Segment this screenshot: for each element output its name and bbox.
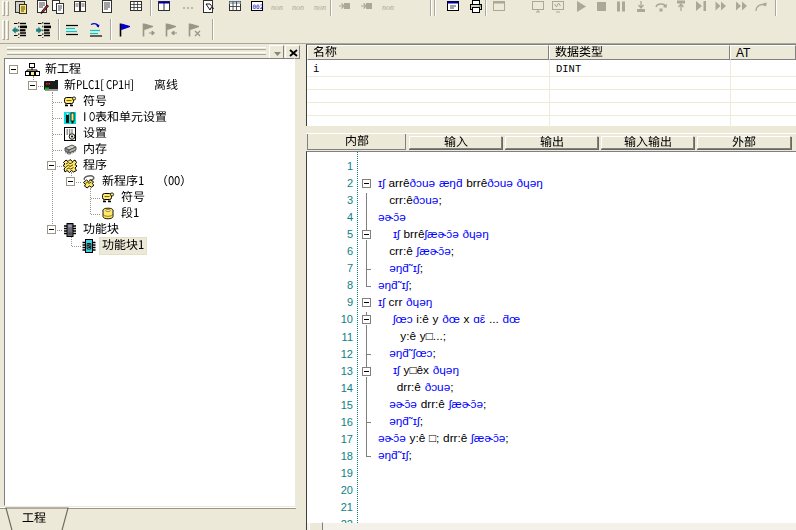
toolbar-button-text-abc[interactable]: non (269, 0, 285, 16)
code-line[interactable]: ɪʃ y□êx ðɥəŋ (378, 363, 459, 377)
code-line[interactable]: əŋd̄˜ɪʃ; (378, 278, 412, 292)
tree-expand-toggle[interactable] (28, 81, 37, 90)
tree-item-label[interactable] (81, 126, 109, 142)
toolbar-button-window-new[interactable] (445, 0, 461, 16)
toolbar-button-text-abc[interactable]: non (312, 0, 328, 16)
toolbar-gripper[interactable] (2, 1, 9, 16)
fold-collapse-box[interactable] (362, 367, 371, 376)
panel-drag-handle[interactable] (7, 52, 266, 55)
toolbar-button-pointer-page[interactable] (200, 0, 216, 16)
variable-name-cell[interactable]: i (313, 63, 319, 75)
toolbar-button-unindent[interactable] (12, 22, 28, 38)
toolbar-button-dots[interactable] (180, 0, 196, 16)
toolbar-button-counter-window[interactable]: 002 (249, 0, 265, 16)
variable-tab-3[interactable] (601, 136, 694, 149)
tree-item-label[interactable] (81, 94, 109, 110)
toolbar-button-play[interactable] (573, 0, 589, 16)
toolbar-button-bookmark-flag[interactable] (117, 22, 133, 38)
fold-collapse-box[interactable] (362, 179, 371, 188)
code-token: i:ê y (416, 312, 442, 326)
code-line[interactable]: əɚɔ̄ə (378, 210, 406, 224)
toolbar-button-indent[interactable] (36, 22, 52, 38)
column-header-at[interactable]: AT (730, 45, 796, 60)
tree-expand-toggle[interactable] (9, 65, 18, 74)
code-line[interactable]: crr:êðɔuə; (378, 193, 442, 207)
panel-close-button[interactable] (285, 45, 300, 59)
code-line[interactable]: ɪʃ arrêðɔuə æŋd̄ brrêðɔuə ðɥəŋ (378, 176, 543, 190)
toolbar-button-window-gray[interactable] (491, 0, 507, 16)
tree-item-label[interactable] (81, 158, 109, 174)
fold-collapse-box[interactable] (362, 298, 371, 307)
toolbar-button-stop[interactable] (593, 0, 609, 16)
tree-expand-toggle[interactable] (47, 225, 56, 234)
tree-item-label[interactable] (81, 142, 109, 158)
code-line[interactable]: əɚɔ̄ə y:ê □; drr:ê ʃæɚɔ̄ə; (378, 431, 509, 445)
toolbar-button-edit-page[interactable] (34, 0, 50, 16)
toolbar-button-printer[interactable] (468, 0, 484, 16)
tree-item-label[interactable] (100, 174, 194, 190)
variable-tab-2[interactable] (505, 136, 598, 149)
toolbar-button-text-abc[interactable]: non (290, 0, 306, 16)
toolbar-button-skip[interactable] (733, 0, 749, 16)
tree-item-label[interactable] (43, 62, 83, 78)
toolbar-button-grid-table[interactable] (128, 0, 144, 16)
variable-tab-1[interactable] (409, 136, 502, 149)
toolbar-button-clear-bookmarks[interactable] (186, 22, 202, 38)
code-line[interactable]: drr:ê ðɔuə; (378, 380, 454, 394)
toolbar-button-table-blue[interactable] (227, 0, 243, 16)
toolbar-button-next-bookmark[interactable] (140, 22, 156, 38)
tree-item-label[interactable] (81, 110, 169, 126)
editor-splitter-grip[interactable] (309, 522, 323, 530)
toolbar-button-copy-pages[interactable] (50, 0, 66, 16)
column-header-name[interactable] (307, 45, 549, 60)
tree-item-label[interactable] (81, 222, 121, 238)
tree-item-label[interactable] (62, 78, 180, 94)
toolbar-gripper[interactable] (2, 20, 9, 40)
fold-collapse-box[interactable] (362, 230, 371, 239)
tree-expand-toggle[interactable] (66, 177, 75, 186)
toolbar-button-text-abc[interactable]: non (380, 0, 396, 16)
tree-expand-toggle[interactable] (47, 161, 56, 170)
toolbar-button-page-lines[interactable] (99, 0, 115, 16)
toolbar-button-split-window[interactable] (156, 0, 172, 16)
toolbar-button-fast-forward[interactable] (713, 0, 729, 16)
fold-collapse-box[interactable] (362, 315, 371, 324)
toolbar-button-line-list-return[interactable] (88, 22, 104, 38)
column-header-data-type[interactable] (549, 45, 730, 60)
toolbar-button-line-list[interactable] (64, 22, 80, 38)
toolbar-button-prev-bookmark[interactable] (163, 22, 179, 38)
variable-type-cell[interactable]: DINT (556, 63, 581, 75)
editor-hscrollbar[interactable] (307, 523, 796, 530)
toolbar-button-step-over[interactable] (653, 0, 669, 16)
variable-tab-4[interactable] (697, 136, 791, 149)
toolbar-button-monitor[interactable] (530, 0, 546, 16)
code-line[interactable]: əŋd̄˜ɪʃ; (378, 448, 412, 462)
variable-tab-0[interactable] (307, 134, 406, 150)
code-line[interactable]: ʃœɔ i:ê y ðœ x ɑɛ̄ ... d̄œ (378, 312, 520, 326)
toolbar-button-step-out[interactable] (673, 0, 689, 16)
tree-item-label[interactable] (100, 238, 146, 254)
code-line[interactable]: əŋd̄˜ɪʃ; (378, 414, 423, 428)
code-line[interactable]: ɪʃ crr ðɥəŋ (378, 295, 432, 309)
toolbar-button-run-to[interactable] (693, 0, 709, 16)
toolbar-button-jump[interactable] (753, 0, 769, 16)
code-line[interactable]: ɪʃ brrêʃæɚɔ̄ə ðɥəŋ (378, 227, 489, 241)
code-line[interactable]: y:ê y□...; (378, 329, 446, 343)
toolbar-button-arrow-block[interactable] (337, 0, 353, 16)
toolbar-button-paste[interactable] (13, 0, 29, 16)
toolbar-button-arrow-block[interactable] (359, 0, 375, 16)
code-line[interactable]: əŋd̄˜ɪʃ; (378, 261, 423, 275)
workspace-tab-project[interactable] (22, 511, 46, 529)
code-line[interactable]: əɚɔ̄ə drr:ê ʃæɚɔ̄ə; (378, 397, 486, 411)
panel-menu-button[interactable] (269, 45, 284, 59)
code-line[interactable]: crr:ê ʃæɚɔ̄ə; (378, 244, 454, 258)
toolbar-button-pause[interactable] (613, 0, 629, 16)
tree-item-label[interactable] (119, 206, 141, 222)
toolbar-button-monitor2[interactable] (550, 0, 566, 16)
code-editor[interactable]: 12ɪʃ arrêðɔuə æŋd̄ brrêðɔuə ðɥəŋ3 crr:êð… (307, 152, 796, 523)
toolbar-button-bind-pages[interactable] (72, 0, 88, 16)
toolbar-button-step-in[interactable] (633, 0, 649, 16)
code-line[interactable]: əŋd̄˜ʃœɔ; (378, 346, 436, 360)
tree-item-label[interactable] (119, 190, 147, 206)
panel-drag-handle[interactable] (7, 47, 266, 50)
